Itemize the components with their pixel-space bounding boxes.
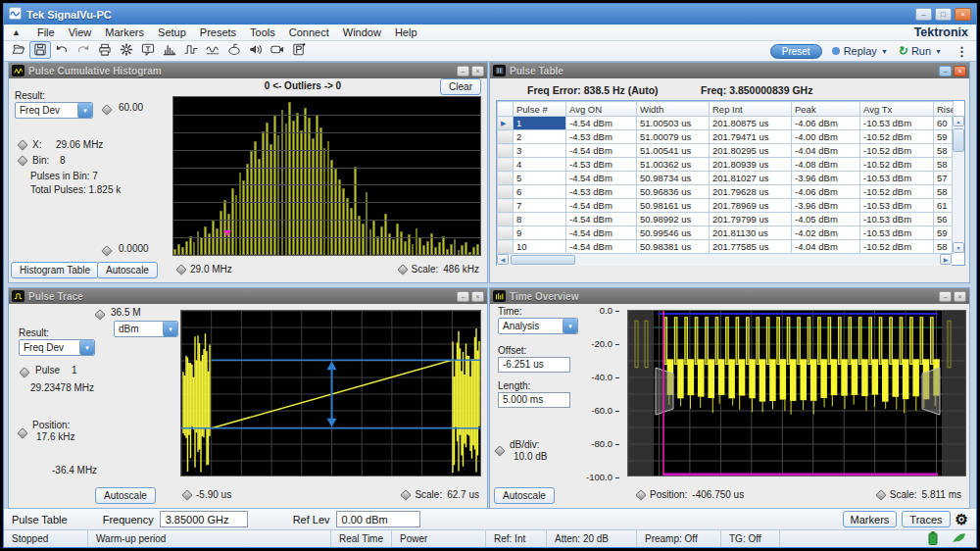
table-cell[interactable]: 201.79799 us — [710, 213, 792, 226]
column-header[interactable]: Avg Tx — [860, 102, 934, 117]
table-cell[interactable]: 1 — [514, 117, 566, 130]
table-row[interactable]: 7-4.54 dBm50.98161 us201.78969 us-3.96 d… — [498, 199, 954, 213]
redo-icon[interactable] — [73, 41, 94, 59]
save-icon[interactable] — [29, 41, 51, 59]
panel-close-button[interactable]: × — [471, 66, 484, 76]
table-cell[interactable]: 50.98161 us — [637, 199, 710, 213]
table-cell[interactable]: 3 — [514, 144, 566, 158]
menu-markers[interactable]: Markers — [98, 26, 151, 38]
table-cell[interactable]: -4.54 dBm — [566, 172, 637, 185]
table-cell[interactable]: 50.98734 us — [637, 172, 710, 185]
row-selector[interactable] — [498, 199, 514, 213]
run-button[interactable]: ↻ Run ▼ — [898, 44, 942, 58]
table-cell[interactable]: -4.54 dBm — [566, 240, 637, 254]
row-selector[interactable] — [498, 172, 514, 185]
column-header[interactable]: Rise — [934, 102, 954, 117]
table-cell[interactable]: 201.80875 us — [710, 117, 792, 130]
menu-presets[interactable]: Presets — [193, 26, 243, 38]
row-selector[interactable] — [498, 144, 514, 158]
open-icon[interactable] — [8, 41, 29, 59]
table-cell[interactable]: -10.53 dBm — [860, 172, 934, 185]
table-cell[interactable]: -4.06 dBm — [792, 117, 860, 130]
table-cell[interactable]: 51.00503 us — [637, 117, 710, 130]
table-cell[interactable]: -3.96 dBm — [792, 172, 860, 185]
table-cell[interactable]: -4.53 dBm — [566, 158, 637, 172]
horizontal-scrollbar[interactable]: ◀ ▶ — [497, 253, 952, 266]
column-header[interactable]: Peak — [792, 102, 860, 117]
table-cell[interactable]: 58 — [934, 158, 954, 172]
replay-button[interactable]: Replay ▼ — [832, 45, 888, 57]
table-cell[interactable]: -4.06 dBm — [792, 185, 860, 199]
panel-minimize-button[interactable]: – — [939, 66, 952, 76]
panel-close-button[interactable]: × — [471, 291, 484, 302]
table-cell[interactable]: 10 — [514, 240, 566, 254]
row-selector-header[interactable] — [498, 102, 514, 117]
table-cell[interactable]: -10.52 dBm — [860, 130, 934, 144]
table-cell[interactable]: 201.80295 us — [710, 144, 792, 158]
menu-connect[interactable]: Connect — [282, 26, 336, 38]
table-row[interactable]: 10-4.54 dBm50.98381 us201.77585 us-4.04 … — [498, 240, 954, 254]
length-input[interactable]: 5.000 ms — [498, 392, 570, 408]
settings-icon[interactable] — [116, 41, 137, 59]
result-dropdown[interactable]: Freq Dev ▼ — [15, 102, 93, 119]
table-cell[interactable]: -4.04 dBm — [792, 240, 860, 254]
y-max-knob[interactable] — [101, 104, 112, 115]
scroll-right-button[interactable]: ▶ — [940, 254, 952, 265]
scale-knob[interactable] — [401, 489, 412, 500]
preset-button[interactable]: Preset — [770, 44, 822, 59]
horizontal-scroll-thumb[interactable] — [511, 255, 575, 265]
row-selector[interactable] — [498, 130, 514, 144]
table-row[interactable]: 8-4.54 dBm50.98992 us201.79799 us-4.05 d… — [498, 213, 954, 226]
table-cell[interactable]: 4 — [514, 158, 566, 172]
table-cell[interactable]: -10.53 dBm — [860, 199, 934, 213]
scroll-left-button[interactable]: ◀ — [497, 254, 509, 265]
annotation-icon[interactable] — [137, 41, 159, 59]
window-titlebar[interactable]: Tek SignalVu-PC – □ × — [4, 4, 976, 25]
table-cell[interactable]: 50.98992 us — [637, 213, 710, 226]
table-row[interactable]: 4-4.53 dBm51.00362 us201.80939 us-4.08 d… — [498, 158, 954, 172]
table-cell[interactable]: -10.53 dBm — [860, 117, 934, 130]
row-selector[interactable] — [498, 213, 514, 226]
table-cell[interactable]: -10.53 dBm — [860, 213, 934, 226]
y-max-knob[interactable] — [94, 309, 105, 320]
panel-minimize-button[interactable]: – — [939, 291, 952, 302]
column-header[interactable]: Rep Int — [710, 102, 792, 117]
table-cell[interactable]: 58 — [934, 185, 954, 199]
y-min-knob[interactable] — [101, 245, 112, 256]
table-cell[interactable]: -4.54 dBm — [566, 117, 637, 130]
panel-titlebar[interactable]: Pulse Trace – × — [9, 288, 487, 304]
table-cell[interactable]: -4.05 dBm — [792, 213, 860, 226]
table-cell[interactable]: 50.99546 us — [637, 226, 710, 240]
settings-gear-button[interactable]: ⚙ — [956, 511, 968, 527]
time-dropdown[interactable]: Analysis ▼ — [498, 318, 578, 334]
time-overview-plot[interactable] — [627, 310, 966, 476]
pulse-icon[interactable] — [180, 41, 202, 59]
autoscale-button[interactable]: Autoscale — [97, 262, 158, 278]
panel-minimize-button[interactable]: – — [457, 66, 469, 76]
panel-minimize-button[interactable]: – — [457, 291, 469, 302]
more-options-button[interactable]: ⋮ — [952, 44, 972, 59]
x-marker-knob[interactable] — [17, 139, 27, 150]
table-cell[interactable]: 60 — [934, 117, 954, 130]
print-icon[interactable] — [94, 41, 116, 59]
table-cell[interactable]: 201.79628 us — [710, 185, 792, 199]
table-cell[interactable]: -4.53 dBm — [566, 185, 637, 199]
table-row[interactable]: ▶1-4.54 dBm51.00503 us201.80875 us-4.06 … — [498, 117, 954, 130]
table-cell[interactable]: 51.00079 us — [637, 130, 710, 144]
table-cell[interactable]: 50.96836 us — [637, 185, 710, 199]
trace-icon[interactable] — [202, 41, 223, 59]
table-cell[interactable]: 56 — [934, 213, 954, 226]
menu-tools[interactable]: Tools — [243, 26, 282, 38]
ref-level-input[interactable]: 0.00 dBm — [336, 511, 420, 527]
table-row[interactable]: 6-4.53 dBm50.96836 us201.79628 us-4.06 d… — [498, 185, 954, 199]
scale-knob[interactable] — [397, 264, 408, 275]
table-cell[interactable]: 57 — [934, 172, 954, 185]
table-cell[interactable]: -4.04 dBm — [792, 144, 860, 158]
table-cell[interactable]: 58 — [934, 144, 954, 158]
x-axis-knob[interactable] — [181, 489, 192, 500]
instrument-connect-icon[interactable]: ▲ — [12, 27, 21, 37]
table-cell[interactable]: 201.77585 us — [710, 240, 792, 254]
result-dropdown[interactable]: Freq Dev ▼ — [19, 339, 95, 356]
autoscale-button[interactable]: Autoscale — [494, 487, 555, 504]
table-cell[interactable]: -4.54 dBm — [566, 226, 637, 240]
